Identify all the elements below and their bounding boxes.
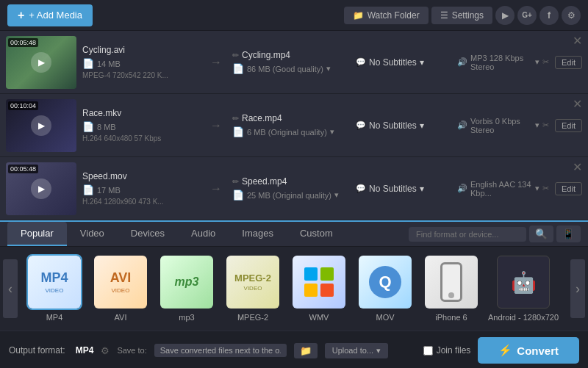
subtitle-value: No Subtitles — [369, 184, 417, 194]
subtitle-selector[interactable]: 💬 No Subtitles ▾ — [356, 57, 451, 68]
tab-images[interactable]: Images — [229, 222, 287, 246]
tab-custom[interactable]: Custom — [287, 222, 346, 246]
chevron-down-icon: ▾ — [376, 346, 381, 356]
format-nav-right[interactable]: › — [570, 259, 585, 318]
format-label-iphone6: iPhone 6 — [435, 313, 467, 322]
format-item-mpeg2[interactable]: MPEG-2VIDEO MPEG-2 — [223, 256, 282, 322]
play-icon[interactable]: ▶ — [31, 178, 51, 199]
file-codec: H.264 1280x960 473 K... — [82, 198, 200, 206]
file-item: 00:05:48 ▶ Cycling.avi 📄 14 MB MPEG-4 72… — [0, 31, 588, 94]
output-dropdown-icon[interactable]: ▾ — [334, 190, 339, 200]
format-label-android: Android - 1280x720 — [488, 313, 559, 322]
source-size: 📄 8 MB — [82, 121, 200, 132]
format-item-avi[interactable]: AVIVIDEO AVI — [91, 256, 150, 322]
svg-rect-2 — [304, 284, 318, 297]
upload-button[interactable]: Upload to... ▾ — [325, 343, 388, 358]
duration-badge: 00:10:04 — [8, 101, 38, 110]
format-label-mpeg2: MPEG-2 — [237, 313, 268, 322]
android-logo: 🤖 — [511, 270, 537, 295]
remove-file-button[interactable]: ✕ — [573, 98, 582, 110]
file-codec: MPEG-4 720x542 220 K... — [82, 71, 200, 79]
audio-icon: 🔊 — [457, 120, 467, 130]
convert-button[interactable]: ⚡ Convert — [478, 337, 579, 364]
format-item-mp4[interactable]: MP4VIDEO MP4 — [25, 256, 84, 322]
format-icon-mpeg2: MPEG-2VIDEO — [226, 256, 279, 309]
tab-popular[interactable]: Popular — [7, 222, 67, 246]
audio-value: Vorbis 0 Kbps Stereo — [470, 117, 532, 134]
output-dropdown-icon[interactable]: ▾ — [330, 127, 334, 137]
output-format-value: MP4 — [76, 345, 94, 356]
device-search-button[interactable]: 📱 — [556, 226, 581, 242]
audio-selector: 🔊 MP3 128 Kbps Stereo ▾ ✂ Edit — [457, 54, 582, 71]
search-button[interactable]: 🔍 — [529, 226, 553, 242]
output-dropdown-icon[interactable]: ▾ — [326, 64, 331, 73]
watch-folder-button[interactable]: 📁 Watch Folder — [344, 7, 429, 24]
audio-dropdown-icon[interactable]: ▾ — [535, 57, 539, 67]
tab-bar: PopularVideoDevicesAudioImagesCustom 🔍 📱 — [0, 222, 588, 247]
format-grid: MP4VIDEO MP4 AVIVIDEO AVI mp3 mp3 MPEG-2… — [18, 247, 570, 331]
save-to-input[interactable] — [154, 344, 287, 357]
scissors-icon[interactable]: ✂ — [542, 120, 549, 130]
file-info: Speed.mov 📄 17 MB H.264 1280x960 473 K..… — [82, 171, 200, 206]
output-info: ✏ Cycling.mp4 📄 86 MB (Good quality) ▾ — [232, 50, 350, 74]
audio-dropdown-icon[interactable]: ▾ — [535, 184, 539, 193]
format-label-wmv: WMV — [309, 313, 329, 322]
file-info: Cycling.avi 📄 14 MB MPEG-4 720x542 220 K… — [82, 45, 200, 79]
subtitle-selector[interactable]: 💬 No Subtitles ▾ — [356, 120, 451, 131]
file-icon: 📄 — [82, 184, 94, 195]
remove-file-button[interactable]: ✕ — [573, 35, 582, 47]
output-format-label: Output format: — [9, 345, 65, 356]
join-files-checkbox[interactable]: Join files — [423, 345, 471, 356]
add-media-button[interactable]: + + Add Media — [7, 4, 93, 26]
scissors-icon[interactable]: ✂ — [542, 184, 549, 193]
join-files-input[interactable] — [423, 346, 433, 356]
format-item-wmv[interactable]: WMV — [290, 256, 348, 322]
mov-q-icon: Q — [369, 266, 401, 298]
format-search-input[interactable] — [409, 227, 526, 242]
file-item: 00:10:04 ▶ Race.mkv 📄 8 MB H.264 640x480… — [0, 94, 588, 157]
edit-name-icon[interactable]: ✏ — [232, 51, 239, 60]
format-icon-android: 🤖 — [497, 256, 550, 309]
tab-video[interactable]: Video — [67, 222, 118, 246]
subtitle-dropdown-icon[interactable]: ▾ — [420, 57, 424, 68]
subtitle-dropdown-icon[interactable]: ▾ — [420, 120, 424, 131]
format-item-android[interactable]: 🤖 Android - 1280x720 — [488, 256, 559, 322]
format-item-iphone6[interactable]: iPhone 6 — [422, 256, 481, 322]
edit-button[interactable]: Edit — [555, 56, 582, 69]
browse-folder-button[interactable]: 📁 — [294, 343, 318, 358]
subtitle-value: No Subtitles — [369, 120, 417, 131]
gear-icon[interactable]: ⚙ — [562, 6, 581, 25]
tab-audio[interactable]: Audio — [178, 222, 229, 246]
remove-file-button[interactable]: ✕ — [573, 162, 582, 173]
gplus-icon[interactable]: G+ — [517, 6, 537, 25]
lightning-icon: ⚡ — [498, 344, 512, 357]
youtube-icon[interactable]: ▶ — [495, 6, 514, 25]
audio-value: English AAC 134 Kbp... — [470, 180, 532, 198]
edit-name-icon[interactable]: ✏ — [232, 177, 239, 187]
output-filename: ✏ Cycling.mp4 — [232, 50, 350, 60]
scissors-icon[interactable]: ✂ — [542, 57, 549, 67]
play-icon[interactable]: ▶ — [31, 52, 51, 73]
settings-button[interactable]: ☰ Settings — [431, 7, 492, 24]
svg-rect-0 — [304, 267, 318, 281]
format-label-mov: MOV — [376, 313, 394, 322]
output-filename: ✏ Race.mp4 — [232, 113, 350, 123]
facebook-icon[interactable]: f — [539, 6, 559, 25]
edit-name-icon[interactable]: ✏ — [232, 114, 239, 123]
output-settings-icon[interactable]: ⚙ — [101, 345, 110, 356]
format-nav-left[interactable]: ‹ — [3, 259, 18, 318]
subtitle-selector[interactable]: 💬 No Subtitles ▾ — [356, 184, 451, 194]
audio-dropdown-icon[interactable]: ▾ — [535, 120, 539, 130]
tab-devices[interactable]: Devices — [118, 222, 178, 246]
play-icon[interactable]: ▶ — [31, 115, 51, 136]
top-bar: + + Add Media 📁 Watch Folder ☰ Settings … — [0, 0, 588, 31]
edit-button[interactable]: Edit — [555, 119, 582, 132]
file-info: Race.mkv 📄 8 MB H.264 640x480 57 Kbps — [82, 108, 200, 142]
file-thumbnail: 00:10:04 ▶ — [6, 99, 76, 152]
folder-icon: 📁 — [353, 10, 364, 21]
format-item-mp3[interactable]: mp3 mp3 — [157, 256, 216, 322]
edit-button[interactable]: Edit — [555, 182, 582, 195]
subtitle-dropdown-icon[interactable]: ▾ — [420, 184, 424, 194]
format-item-mov[interactable]: Q MOV — [356, 256, 415, 322]
subtitle-value: No Subtitles — [369, 57, 417, 68]
